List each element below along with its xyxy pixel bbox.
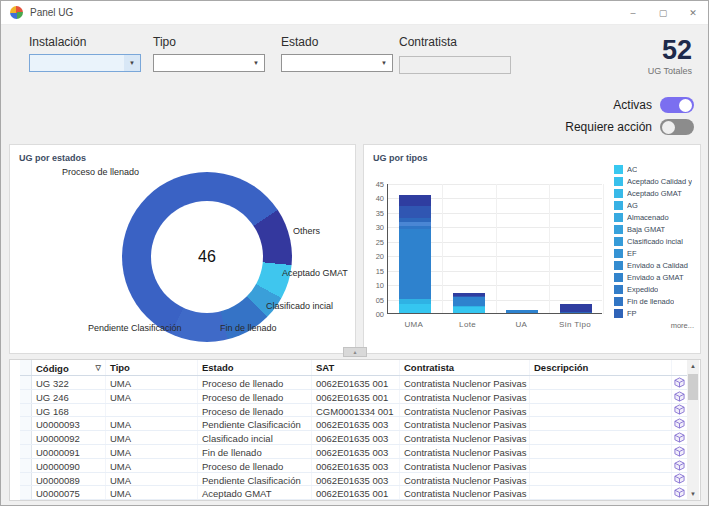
scroll-up-icon[interactable]: ▲: [687, 360, 699, 372]
cube-icon[interactable]: [672, 376, 688, 389]
row-selector[interactable]: [20, 390, 32, 403]
chevron-down-icon[interactable]: ▼: [376, 55, 392, 71]
cube-icon[interactable]: [672, 390, 688, 403]
column-header-estado[interactable]: Estado: [198, 360, 312, 375]
cube-icon[interactable]: [672, 431, 688, 444]
contratista-label: Contratista: [399, 35, 511, 49]
instalacion-dropdown[interactable]: ▼: [29, 54, 141, 72]
bar-segment[interactable]: [560, 312, 592, 313]
legend-item[interactable]: Aceptado Calidad y: [614, 175, 698, 187]
chevron-down-icon[interactable]: ▼: [248, 55, 264, 71]
ug-table: Código▽TipoEstadoSATContratistaDescripci…: [20, 360, 688, 500]
chevron-down-icon[interactable]: ▼: [124, 55, 140, 71]
splitter-collapse-button[interactable]: ▲: [343, 347, 367, 357]
table-cell: [530, 473, 672, 486]
legend-item[interactable]: Enviado a Calidad: [614, 259, 698, 271]
bar-segment[interactable]: [399, 304, 431, 313]
table-cell: [106, 404, 198, 417]
table-cell: UG 168: [32, 404, 106, 417]
requiere-accion-toggle[interactable]: [660, 119, 694, 135]
cube-icon[interactable]: [672, 486, 688, 499]
legend-item[interactable]: Enviado a GMAT: [614, 271, 698, 283]
table-row[interactable]: U0000075UMAAceptado GMAT0062E01635 001Co…: [20, 486, 688, 500]
row-selector[interactable]: [20, 445, 32, 458]
estados-donut-chart[interactable]: 46: [122, 172, 292, 342]
bar-segment[interactable]: [399, 195, 431, 207]
row-selector[interactable]: [20, 486, 32, 499]
column-header-tipo[interactable]: Tipo: [106, 360, 198, 375]
window-controls: – ▢ ✕: [618, 1, 708, 24]
bar-Sin Tipo[interactable]: [560, 304, 592, 313]
legend-item[interactable]: Aceptado GMAT: [614, 187, 698, 199]
legend-item[interactable]: AG: [614, 199, 698, 211]
cube-icon[interactable]: [672, 417, 688, 430]
scrollbar-thumb[interactable]: [688, 374, 698, 400]
table-row[interactable]: U0000093UMAPendiente Clasificación0062E0…: [20, 417, 688, 431]
maximize-button[interactable]: ▢: [648, 1, 678, 24]
legend-item[interactable]: Expedido: [614, 283, 698, 295]
table-scrollbar[interactable]: ▲ ▼: [687, 360, 699, 500]
legend-item[interactable]: Clasificado incial: [614, 235, 698, 247]
y-tick-label: 35: [366, 209, 384, 218]
legend-item[interactable]: Almacenado: [614, 211, 698, 223]
gridline: [442, 184, 443, 314]
table-cell: Proceso de llenado: [198, 376, 312, 389]
row-selector[interactable]: [20, 376, 32, 389]
table-cell: UMA: [106, 390, 198, 403]
table-row[interactable]: U0000092UMAClasificado incial0062E01635 …: [20, 431, 688, 445]
legend-swatch: [614, 249, 623, 258]
column-header-descripción[interactable]: Descripción: [530, 360, 672, 375]
close-button[interactable]: ✕: [678, 1, 708, 24]
bar-segment[interactable]: [506, 310, 538, 313]
requiere-accion-label: Requiere acción: [565, 120, 652, 134]
legend-item[interactable]: EF: [614, 247, 698, 259]
cube-icon[interactable]: [672, 459, 688, 472]
contratista-input[interactable]: [399, 56, 511, 74]
table-row[interactable]: U0000091UMAFin de llenado0062E01635 003C…: [20, 445, 688, 459]
legend-item[interactable]: Baja GMAT: [614, 223, 698, 235]
bar-UA[interactable]: [506, 310, 538, 313]
bar-segment[interactable]: [399, 229, 431, 298]
table-cell: [530, 417, 672, 430]
bar-segment[interactable]: [453, 297, 485, 306]
scroll-down-icon[interactable]: ▼: [687, 488, 699, 500]
tipos-chart-title: UG por tipos: [373, 153, 428, 163]
gridline: [496, 184, 497, 314]
table-row[interactable]: UG 168Proceso de llenadoCGM0001334 001Co…: [20, 404, 688, 418]
estado-dropdown[interactable]: ▼: [281, 54, 393, 72]
activas-toggle[interactable]: [660, 97, 694, 113]
table-row[interactable]: UG 246UMAProceso de llenado0062E01635 00…: [20, 390, 688, 404]
legend-label: FP: [627, 309, 637, 318]
bar-Lote[interactable]: [453, 293, 485, 313]
row-selector[interactable]: [20, 417, 32, 430]
sort-descending-icon[interactable]: ▽: [96, 364, 101, 372]
legend-item[interactable]: Fin de llenado: [614, 295, 698, 307]
column-header-sat[interactable]: SAT: [312, 360, 400, 375]
bar-segment[interactable]: [453, 307, 485, 313]
cube-icon[interactable]: [672, 404, 688, 417]
cube-icon[interactable]: [672, 445, 688, 458]
tipo-dropdown[interactable]: ▼: [153, 54, 265, 72]
kpi-value: 52: [622, 35, 692, 65]
legend-more-link[interactable]: more...: [614, 321, 698, 330]
table-cell: Contratista Nuclenor Pasivas: [400, 390, 530, 403]
legend-label: Expedido: [627, 285, 658, 294]
gridline: [603, 184, 604, 314]
minimize-button[interactable]: –: [618, 1, 648, 24]
column-header-contratista[interactable]: Contratista: [400, 360, 530, 375]
bar-segment[interactable]: [399, 206, 431, 218]
row-selector[interactable]: [20, 431, 32, 444]
legend-item[interactable]: AC: [614, 163, 698, 175]
cube-icon[interactable]: [672, 473, 688, 486]
legend-item[interactable]: FP: [614, 307, 698, 319]
row-selector[interactable]: [20, 473, 32, 486]
legend-swatch: [614, 297, 623, 306]
column-header-código[interactable]: Código▽: [32, 360, 106, 375]
bar-UMA[interactable]: [399, 195, 431, 313]
row-selector[interactable]: [20, 404, 32, 417]
table-row[interactable]: U0000090UMAProceso de llenado0062E01635 …: [20, 459, 688, 473]
row-selector[interactable]: [20, 459, 32, 472]
bar-segment[interactable]: [560, 304, 592, 311]
table-row[interactable]: UG 322UMAProceso de llenado0062E01635 00…: [20, 376, 688, 390]
table-row[interactable]: U0000089UMAPendiente Clasificación0062E0…: [20, 473, 688, 487]
